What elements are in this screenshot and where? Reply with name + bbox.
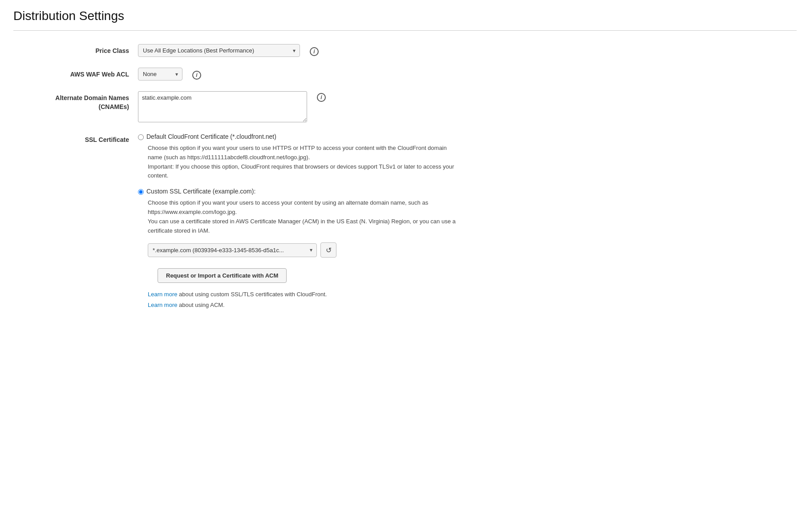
page-title: Distribution Settings	[13, 9, 797, 31]
learn-more-section: Learn more about using custom SSL/TLS ce…	[148, 289, 797, 310]
ssl-option-custom: Custom SSL Certificate (example.com):	[138, 188, 797, 195]
ssl-option-default: Default CloudFront Certificate (*.cloudf…	[138, 133, 797, 140]
ssl-custom-description: Choose this option if you want your user…	[148, 198, 459, 235]
cnames-info-icon[interactable]: i	[317, 93, 326, 102]
refresh-cert-button[interactable]: ↺	[320, 242, 336, 258]
price-class-label: Price Class	[13, 44, 138, 56]
acm-button-container: Request or Import a Certificate with ACM	[148, 263, 797, 283]
waf-select-wrapper: None	[138, 68, 182, 81]
learn-more-2: Learn more about using ACM.	[148, 300, 797, 310]
learn-more-acm-link[interactable]: Learn more	[148, 302, 177, 308]
ssl-section: Default CloudFront Certificate (*.cloudf…	[138, 133, 797, 310]
waf-label: AWS WAF Web ACL	[13, 68, 138, 79]
cert-select-wrapper: *.example.com (8039394-e333-1345-8536-d5…	[148, 243, 317, 257]
ssl-custom-radio[interactable]	[138, 189, 144, 195]
acm-button[interactable]: Request or Import a Certificate with ACM	[158, 268, 287, 283]
price-class-info-icon[interactable]: i	[310, 47, 319, 56]
learn-more-ssl-text: about using custom SSL/TLS certificates …	[177, 291, 327, 298]
cert-dropdown-row: *.example.com (8039394-e333-1345-8536-d5…	[148, 242, 797, 258]
learn-more-acm-text: about using ACM.	[177, 302, 224, 308]
price-class-select-wrapper: Use All Edge Locations (Best Performance…	[138, 44, 300, 57]
waf-info-icon[interactable]: i	[192, 71, 201, 80]
waf-select[interactable]: None	[138, 68, 182, 81]
ssl-default-label[interactable]: Default CloudFront Certificate (*.cloudf…	[146, 133, 276, 140]
ssl-default-description: Choose this option if you want your user…	[148, 144, 459, 181]
cnames-textarea[interactable]: static.example.com	[138, 91, 307, 122]
ssl-custom-label[interactable]: Custom SSL Certificate (example.com):	[146, 188, 255, 195]
ssl-default-radio[interactable]	[138, 134, 144, 140]
learn-more-ssl-link[interactable]: Learn more	[148, 291, 177, 298]
learn-more-1: Learn more about using custom SSL/TLS ce…	[148, 289, 797, 299]
cnames-label: Alternate Domain Names (CNAMEs)	[13, 91, 138, 111]
ssl-label: SSL Certificate	[13, 133, 138, 145]
cert-select[interactable]: *.example.com (8039394-e333-1345-8536-d5…	[148, 243, 317, 257]
price-class-select[interactable]: Use All Edge Locations (Best Performance…	[138, 44, 300, 57]
